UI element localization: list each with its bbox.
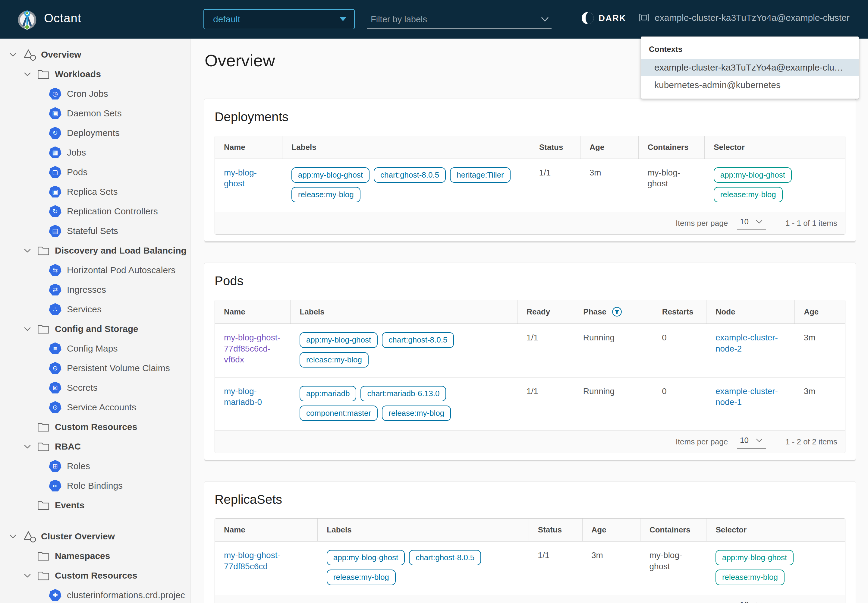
chevron-down-icon[interactable] — [22, 247, 32, 254]
sidebar-item-label: Service Accounts — [67, 402, 136, 413]
sidebar-item-cron-jobs[interactable]: Cron Jobs — [0, 84, 190, 104]
table-row: my-blog-ghost-77df85c6cd-vf6dx app:my-bl… — [215, 324, 845, 377]
cronjob-icon — [49, 88, 62, 100]
context-selector[interactable]: example-cluster-ka3TuTzYo4a@example-clus… — [638, 12, 836, 23]
service-account-icon — [49, 401, 62, 413]
sidebar-item-deployments[interactable]: Deployments — [0, 123, 190, 142]
contexts-menu: Contexts example-cluster-ka3TuTzYo4a@exa… — [641, 37, 859, 99]
sidebar-item-secrets[interactable]: Secrets — [0, 378, 190, 397]
labels-cell: app:my-blog-ghostchart:ghost-8.0.5releas… — [318, 541, 529, 595]
node-link[interactable]: example-cluster-node-2 — [715, 333, 778, 353]
sidebar-item-label: Custom Resources — [55, 422, 137, 432]
applications-icon — [22, 48, 36, 61]
sidebar-item-roles[interactable]: Roles — [0, 456, 190, 476]
job-icon — [49, 147, 62, 159]
pod-link[interactable]: my-blog-ghost-77df85c6cd-vf6dx — [224, 333, 280, 364]
theme-toggle-button[interactable]: DARK — [582, 12, 626, 24]
selector-badge: release:my-blog — [715, 569, 785, 585]
label-filter-input[interactable] — [367, 14, 540, 25]
sidebar-item-stateful-sets[interactable]: Stateful Sets — [0, 221, 190, 241]
sidebar-item-persistent-volume-claims[interactable]: Persistent Volume Claims — [0, 358, 190, 378]
node-link[interactable]: example-cluster-node-1 — [715, 387, 778, 407]
sidebar-item-label: Ingresses — [67, 284, 106, 295]
label-badge: app:my-blog-ghost — [327, 550, 405, 565]
chevron-down-icon[interactable] — [22, 71, 32, 78]
sidebar-item-discovery-and-load-balancing[interactable]: Discovery and Load Balancing — [0, 241, 190, 260]
selector-badge: app:my-blog-ghost — [715, 550, 794, 565]
sidebar-item-pods[interactable]: Pods — [0, 162, 190, 182]
sidebar-item-replication-controllers[interactable]: Replication Controllers — [0, 201, 190, 221]
deployment-link[interactable]: my-blog-ghost — [224, 168, 257, 188]
sidebar-item-label: Daemon Sets — [67, 108, 122, 119]
pod-link[interactable]: my-blog-mariadb-0 — [224, 387, 262, 407]
cluster-icon — [638, 12, 650, 23]
namespace-value: default — [213, 14, 240, 25]
namespace-dropdown[interactable]: default — [204, 9, 355, 29]
sidebar-item-cluster-custom-resources[interactable]: Custom Resources — [0, 566, 190, 585]
chevron-down-icon[interactable] — [22, 572, 32, 579]
filter-funnel-icon[interactable] — [612, 307, 622, 317]
sidebar-item-config-maps[interactable]: Config Maps — [0, 339, 190, 358]
pods-title: Pods — [215, 274, 845, 288]
labels-cell: app:my-blog-ghostchart:ghost-8.0.5releas… — [290, 324, 517, 377]
column-header: Age — [582, 519, 640, 541]
chevron-down-icon[interactable] — [540, 15, 550, 23]
sidebar-item-jobs[interactable]: Jobs — [0, 142, 190, 162]
sidebar-item-cluster-overview[interactable]: Cluster Overview — [0, 526, 190, 546]
sidebar-item-namespaces[interactable]: Namespaces — [0, 546, 190, 566]
restarts-cell: 0 — [653, 324, 706, 377]
moon-icon — [582, 12, 594, 24]
items-per-page-select[interactable]: 10 — [737, 435, 766, 448]
statefulset-icon — [49, 225, 62, 237]
sidebar-item-ingresses[interactable]: Ingresses — [0, 280, 190, 299]
label-badge: app:my-blog-ghost — [300, 332, 378, 348]
chevron-down-icon — [755, 438, 763, 443]
sidebar-item-workloads[interactable]: Workloads — [0, 64, 190, 84]
sidebar-item-label: Persistent Volume Claims — [67, 363, 170, 373]
column-header: Node — [706, 300, 795, 324]
sidebar-item-services[interactable]: Services — [0, 299, 190, 319]
context-menu-item[interactable]: kubernetes-admin@kubernetes — [641, 76, 859, 94]
sidebar-item-label: Custom Resources — [55, 571, 137, 581]
contexts-menu-title: Contexts — [641, 39, 859, 59]
sidebar-item-overview[interactable]: Overview — [0, 45, 190, 64]
chevron-down-icon[interactable] — [22, 325, 32, 332]
sidebar-item-events[interactable]: Events — [0, 495, 190, 515]
sidebar-item-horizontal-pod-autoscalers[interactable]: Horizontal Pod Autoscalers — [0, 260, 190, 280]
column-header: Containers — [640, 519, 706, 541]
pagination-range: 1 - 1 of 1 items — [785, 219, 837, 228]
age-cell: 3m — [582, 541, 640, 595]
sidebar-item-daemon-sets[interactable]: Daemon Sets — [0, 104, 190, 123]
column-header: Status — [530, 136, 581, 159]
items-per-page-select[interactable]: 10 — [737, 216, 766, 230]
deployments-card: Deployments Name Labels Status Age Conta… — [204, 99, 856, 241]
column-header: Labels — [318, 519, 529, 541]
selector-badge: release:my-blog — [714, 187, 783, 202]
column-header: Age — [795, 300, 845, 324]
label-badge: release:my-blog — [382, 405, 451, 421]
sidebar-item-rbac[interactable]: RBAC — [0, 437, 190, 456]
sidebar-item-role-bindings[interactable]: Role Bindings — [0, 476, 190, 495]
chevron-down-icon[interactable] — [8, 533, 18, 540]
chevron-down-icon[interactable] — [8, 51, 18, 58]
chevron-down-icon[interactable] — [22, 443, 32, 450]
sidebar-item-clusterinformations[interactable]: clusterinformations.crd.projec — [0, 585, 190, 603]
sidebar-item-service-accounts[interactable]: Service Accounts — [0, 397, 190, 417]
sidebar-item-label: Discovery and Load Balancing — [55, 246, 187, 256]
restarts-cell: 0 — [653, 377, 706, 431]
replicaset-link[interactable]: my-blog-ghost-77df85c6cd — [224, 550, 280, 571]
column-header: Labels — [290, 300, 517, 324]
sidebar-item-config-and-storage[interactable]: Config and Storage — [0, 319, 190, 339]
sidebar-item-custom-resources[interactable]: Custom Resources — [0, 417, 190, 437]
sidebar-item-replica-sets[interactable]: Replica Sets — [0, 182, 190, 201]
service-icon — [49, 303, 62, 315]
sidebar-item-label: Overview — [41, 49, 81, 60]
items-per-page-select[interactable]: 10 — [737, 599, 766, 603]
context-menu-item-active[interactable]: example-cluster-ka3TuTzYo4a@example-clu… — [641, 59, 859, 76]
folder-icon — [37, 550, 50, 562]
pagination-range: 1 - 2 of 2 items — [785, 437, 837, 447]
sidebar-item-label: Role Bindings — [67, 481, 123, 491]
sidebar-item-label: Services — [67, 304, 102, 314]
folder-icon — [37, 499, 50, 511]
status-cell: 1/1 — [529, 541, 582, 595]
